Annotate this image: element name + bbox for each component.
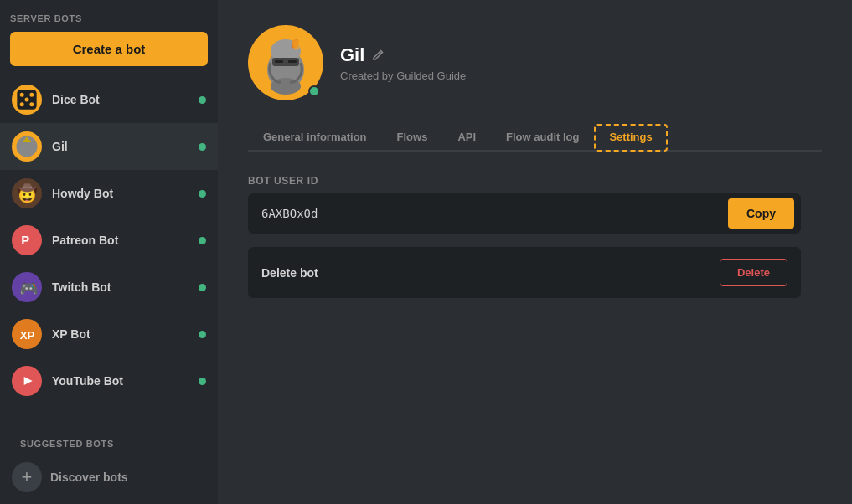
bot-name: Twitch Bot	[52, 280, 188, 294]
bot-id-input[interactable]	[248, 195, 721, 232]
tabs-bar: General information Flows API Flow audit…	[248, 124, 822, 152]
bot-user-id-section: Bot user ID Copy	[248, 175, 801, 234]
bot-user-id-label: Bot user ID	[248, 175, 801, 187]
server-bots-label: Server bots	[0, 13, 218, 32]
svg-point-4	[29, 102, 34, 106]
plus-icon: +	[12, 462, 42, 492]
avatar: 🎮	[12, 272, 42, 302]
delete-bot-row: Delete bot Delete	[248, 247, 801, 298]
status-dot	[199, 284, 206, 291]
bot-title-row: Gil	[340, 44, 466, 66]
tab-flows[interactable]: Flows	[382, 124, 443, 152]
svg-point-2	[29, 93, 34, 97]
svg-point-1	[20, 93, 24, 97]
bot-name: Howdy Bot	[52, 187, 188, 200]
edit-icon[interactable]	[371, 49, 385, 62]
list-item[interactable]: 🤠 Howdy Bot	[0, 170, 218, 217]
delete-bot-label: Delete bot	[261, 266, 318, 280]
list-item[interactable]: XP XP Bot	[0, 311, 218, 357]
list-item[interactable]: P Patreon Bot	[0, 217, 218, 264]
bot-header: Gil Created by Guilded Guide	[248, 25, 822, 100]
online-dot	[308, 85, 320, 97]
list-item[interactable]: 🎮 Twitch Bot	[0, 264, 218, 311]
avatar	[12, 131, 42, 162]
delete-button[interactable]: Delete	[720, 259, 787, 286]
svg-rect-21	[275, 60, 283, 63]
svg-rect-22	[288, 60, 297, 63]
status-dot	[199, 331, 206, 338]
suggested-section: Suggested bots + Discover bots	[0, 427, 218, 504]
bot-creator: Created by Guilded Guide	[340, 69, 466, 82]
svg-rect-8	[23, 141, 31, 143]
bot-name: Patreon Bot	[52, 234, 188, 247]
create-bot-button[interactable]: Create a bot	[10, 32, 208, 66]
avatar: XP	[12, 319, 42, 349]
status-dot	[199, 143, 206, 151]
main-content: Gil Created by Guilded Guide General inf…	[218, 0, 852, 504]
avatar	[12, 85, 42, 115]
svg-point-5	[25, 98, 29, 102]
list-item[interactable]: Dice Bot	[0, 76, 218, 123]
avatar	[12, 366, 42, 396]
discover-bots-item[interactable]: + Discover bots	[10, 457, 208, 497]
svg-text:🎮: 🎮	[19, 280, 39, 298]
status-dot	[199, 96, 206, 104]
bot-title-text: Gil	[340, 44, 364, 66]
avatar: P	[12, 225, 42, 255]
bot-list: Dice Bot Gil 🤠 Howdy Bot	[0, 76, 218, 427]
tab-api[interactable]: API	[442, 124, 491, 152]
svg-text:XP: XP	[20, 329, 35, 342]
copy-button[interactable]: Copy	[728, 198, 794, 229]
bot-id-row: Copy	[248, 193, 801, 234]
bot-info: Gil Created by Guilded Guide	[340, 44, 466, 82]
bot-name: Gil	[52, 140, 188, 153]
bot-name: YouTube Bot	[52, 374, 188, 388]
bot-name: Dice Bot	[52, 93, 188, 106]
bot-name: XP Bot	[52, 327, 188, 341]
tab-general[interactable]: General information	[248, 124, 382, 152]
list-item[interactable]: Gil	[0, 123, 218, 170]
svg-rect-24	[277, 80, 294, 88]
svg-point-3	[20, 102, 24, 106]
avatar: 🤠	[12, 178, 42, 208]
tab-audit[interactable]: Flow audit log	[491, 124, 594, 152]
bot-avatar-large	[248, 25, 323, 100]
sidebar: Server bots Create a bot Dice Bot	[0, 0, 218, 504]
status-dot	[199, 378, 206, 385]
settings-content: Bot user ID Copy Delete bot Delete	[248, 175, 801, 298]
list-item[interactable]: YouTube Bot	[0, 357, 218, 404]
svg-text:P: P	[21, 233, 29, 247]
tab-settings[interactable]: Settings	[594, 124, 667, 152]
discover-bots-label: Discover bots	[50, 471, 128, 484]
status-dot	[199, 190, 206, 198]
suggested-bots-label: Suggested bots	[10, 439, 208, 457]
status-dot	[199, 237, 206, 244]
